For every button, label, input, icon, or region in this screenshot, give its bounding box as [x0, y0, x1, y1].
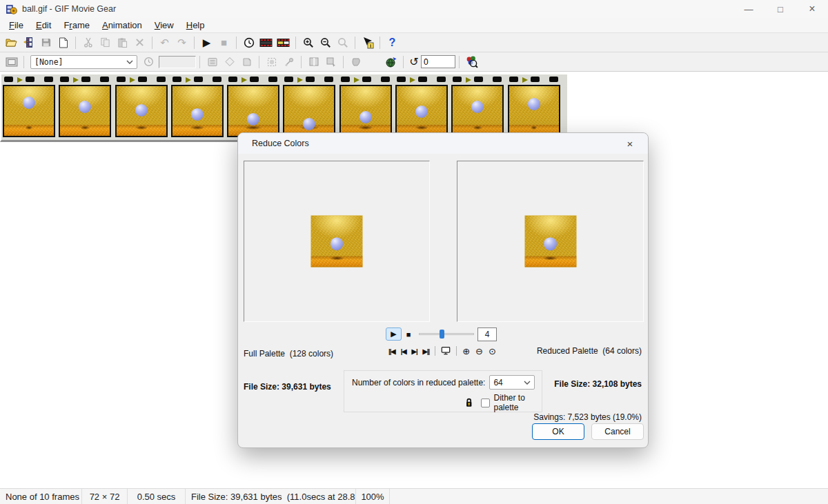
first-frame-button[interactable]: ||◀ [386, 347, 398, 355]
preview-zoom-out-button[interactable]: ⊖ [473, 346, 486, 356]
sprocket-hole [157, 77, 166, 82]
filmstrip-frame-9[interactable] [451, 85, 504, 137]
filmstrip-frame-7[interactable] [339, 85, 392, 137]
colors-count-dropdown[interactable]: 64 [489, 375, 535, 390]
status-bar: None of 10 frames72 × 720.50 secsFile Si… [0, 488, 828, 504]
close-button[interactable]: × [796, 0, 828, 18]
zoom-in-button[interactable] [299, 34, 317, 51]
status-segment-5: 100% [356, 489, 390, 504]
crop-icon [308, 57, 319, 67]
menu-view[interactable]: View [148, 19, 180, 32]
filmstrip-view-button[interactable] [257, 34, 275, 51]
help-button[interactable]: ? [384, 34, 401, 51]
filmstrip-frame-4[interactable] [171, 85, 224, 137]
zoom-actual-button[interactable] [334, 34, 351, 51]
next-frame-button[interactable]: ▶| [409, 347, 420, 355]
toolbar-separator [295, 37, 296, 49]
loop-count-input[interactable] [421, 55, 455, 68]
ball-animation-frame-image [117, 86, 166, 136]
copy-button[interactable] [97, 34, 114, 51]
palette-apply-button[interactable] [238, 54, 255, 70]
paste-button[interactable] [114, 34, 131, 51]
menu-help[interactable]: Help [180, 19, 211, 32]
preview-play-button[interactable]: ▶ [386, 327, 402, 341]
stop-button[interactable]: ■ [215, 34, 233, 51]
ball-animation-frame-image [524, 216, 576, 268]
web-preview-button[interactable] [382, 54, 400, 70]
ok-button[interactable]: OK [532, 423, 584, 440]
toolbar-separator [194, 37, 195, 49]
menu-file[interactable]: File [3, 19, 30, 32]
dialog-close-button[interactable]: × [622, 138, 638, 150]
help-icon: ? [389, 37, 396, 48]
sprocket-hole [397, 77, 406, 82]
ball-shadow [330, 256, 344, 261]
undo-icon: ↶ [160, 37, 169, 48]
reduce-colors-button[interactable] [463, 54, 480, 70]
preview-zoom-in-button[interactable]: ⊕ [460, 346, 473, 356]
palette-options-group: Number of colors in reduced palette: 64 … [344, 370, 542, 412]
filmstrip-frame-5[interactable] [227, 85, 279, 137]
filmstrip-frame-1[interactable] [3, 85, 55, 137]
loop-button[interactable]: ↺ [407, 54, 421, 70]
sprocket-hole [341, 77, 350, 82]
last-frame-button[interactable]: ▶|| [420, 347, 433, 355]
ball [135, 104, 148, 117]
effect-dropdown[interactable]: [None] [30, 55, 137, 69]
zoom-out-button[interactable] [317, 34, 334, 51]
ball-shadow [473, 125, 483, 130]
frame-slider[interactable] [417, 327, 475, 341]
preview-slider-thumb[interactable] [440, 330, 444, 339]
save-button[interactable] [37, 34, 55, 51]
dialog-titlebar[interactable]: Reduce Colors × [238, 133, 648, 154]
cut-button[interactable] [79, 34, 97, 51]
maximize-button[interactable]: □ [765, 0, 796, 18]
open-button[interactable] [3, 34, 20, 51]
dither-checkbox[interactable] [481, 399, 490, 407]
context-help-button[interactable]: i [359, 34, 376, 51]
undo-button[interactable]: ↶ [156, 34, 173, 51]
filmstrip-frame-8[interactable] [395, 85, 448, 137]
delete-button[interactable] [131, 34, 148, 51]
redo-button[interactable]: ↷ [173, 34, 190, 51]
minimize-button[interactable]: — [733, 0, 765, 18]
ball-shadow [358, 125, 373, 130]
delay-clock-icon [144, 57, 154, 67]
prev-frame-button[interactable]: |◀ [398, 347, 409, 355]
crop-button[interactable] [305, 54, 322, 70]
shift-button[interactable] [322, 54, 339, 70]
frame-order-arrow [130, 77, 135, 83]
frame-properties-button[interactable] [3, 54, 20, 70]
transport-separator [456, 346, 457, 356]
cancel-button[interactable]: Cancel [591, 423, 644, 440]
filmstrip-frame-10[interactable] [508, 85, 560, 137]
new-button[interactable] [55, 34, 72, 51]
menu-animation[interactable]: Animation [96, 19, 148, 32]
lock-icon[interactable] [465, 396, 473, 409]
filmstrip-frame-3[interactable] [115, 85, 168, 137]
palette-open-button[interactable] [204, 54, 221, 70]
menu-frame[interactable]: Frame [57, 19, 96, 32]
insert-frames-button[interactable] [20, 34, 37, 51]
frame-view-button[interactable] [275, 34, 292, 51]
play-button[interactable]: ▶ [198, 34, 215, 51]
transparency-dropper-button[interactable] [280, 54, 297, 70]
delay-button[interactable] [140, 54, 157, 70]
filmstrip-frame-6[interactable] [283, 85, 335, 137]
merge-button[interactable] [347, 54, 364, 70]
ball [471, 101, 484, 113]
fullscreen-preview-button[interactable] [438, 346, 453, 356]
frame-timing-button[interactable] [240, 34, 257, 51]
preview-zoom-reset-button[interactable]: ⊙ [486, 346, 499, 356]
delete-x-icon [135, 38, 144, 47]
ball-animation-frame-image [172, 86, 222, 136]
palette-save-button[interactable] [221, 54, 238, 70]
transparency-select-button[interactable] [263, 54, 280, 70]
ball [415, 105, 428, 118]
filmstrip-frame-2[interactable] [59, 85, 111, 137]
preview-stop-button[interactable]: ■ [402, 327, 415, 341]
sprocket-cell [227, 77, 283, 83]
full-palette-labels: Full Palette (128 colors) File Size: 39,… [244, 326, 333, 414]
menu-edit[interactable]: Edit [30, 19, 57, 32]
sprocket-cell [339, 77, 395, 83]
